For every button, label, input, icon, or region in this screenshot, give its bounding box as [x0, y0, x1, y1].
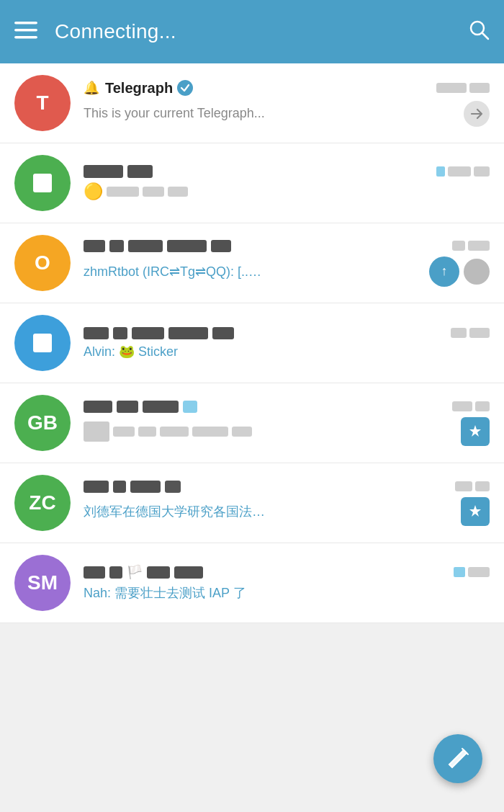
avatar-telegraph: T — [14, 75, 71, 131]
chat-item-5[interactable]: GB — [0, 383, 504, 463]
avatar-6: ZC — [14, 475, 71, 531]
chat-content-telegraph: 🔔 Telegraph This is your current Telegra… — [84, 80, 490, 127]
unread-icon-3: ↑ — [429, 256, 459, 287]
chat-item-4[interactable]: Alvin: 🐸 Sticker — [0, 303, 504, 383]
chat-item-7[interactable]: SM 🏳️ Nah: 需要壮士去测试 IAP 了 — [0, 543, 504, 623]
chat-content-7: 🏳️ Nah: 需要壮士去测试 IAP 了 — [84, 564, 490, 602]
top-bar-title: Connecting... — [55, 20, 468, 43]
chat-time-2 — [436, 166, 490, 177]
chat-name-wrap-3 — [84, 240, 452, 252]
pin-icon-5 — [461, 417, 490, 446]
chat-preview-7: Nah: 需要壮士去测试 IAP 了 — [84, 584, 490, 602]
chat-time-5 — [452, 401, 490, 411]
chat-meta-3: ↑ — [429, 256, 490, 287]
search-button[interactable] — [468, 19, 490, 45]
chat-time-4 — [451, 328, 490, 338]
chat-name-wrap: 🔔 Telegraph — [84, 80, 436, 97]
compose-fab[interactable] — [433, 734, 482, 783]
avatar-5: GB — [14, 395, 71, 451]
top-bar: Connecting... — [0, 0, 504, 63]
chat-content-6: 刘德军在德国大学研究各国法… — [84, 481, 490, 526]
chat-preview-4: Alvin: 🐸 Sticker — [84, 344, 490, 360]
chat-preview-3: zhmRtbot (IRC⇌Tg⇌QQ): [..… — [84, 264, 423, 280]
chat-name: Telegraph — [105, 80, 173, 97]
chat-time-blurred — [436, 83, 490, 93]
chat-preview-6: 刘德军在德国大学研究各国法… — [84, 503, 455, 520]
chat-time-7 — [454, 567, 490, 577]
chat-list: T 🔔 Telegraph — [0, 63, 504, 623]
chat-content-2: 🟡 — [84, 165, 490, 201]
svg-rect-2 — [14, 36, 37, 39]
svg-rect-1 — [14, 29, 37, 32]
avatar-7: SM — [14, 555, 71, 611]
chat-name-wrap-2 — [84, 165, 436, 178]
chat-name-wrap-6 — [84, 481, 455, 493]
chat-item-2[interactable]: 🟡 — [0, 143, 504, 223]
mute-icon: 🔔 — [84, 80, 99, 96]
chat-name-wrap-4 — [84, 327, 451, 339]
svg-line-4 — [482, 32, 489, 39]
chat-content-3: zhmRtbot (IRC⇌Tg⇌QQ): [..… ↑ — [84, 240, 490, 287]
chat-name-wrap-5 — [84, 401, 452, 413]
send-icon — [464, 101, 490, 127]
chat-time-6 — [455, 481, 490, 491]
verified-badge — [177, 80, 193, 96]
chat-item-6[interactable]: ZC 刘德军在德国大学研究各国法… — [0, 463, 504, 543]
avatar-3: O — [14, 235, 71, 291]
chat-time-3 — [452, 241, 490, 251]
avatar-mini-3 — [464, 259, 490, 285]
menu-button[interactable] — [14, 22, 37, 42]
chat-content-4: Alvin: 🐸 Sticker — [84, 327, 490, 360]
chat-content-5 — [84, 401, 490, 446]
chat-name-wrap-7: 🏳️ — [84, 564, 454, 580]
chat-item-telegraph[interactable]: T 🔔 Telegraph — [0, 63, 504, 143]
svg-rect-0 — [14, 22, 37, 24]
pin-icon-6 — [461, 497, 490, 526]
avatar-4 — [14, 315, 71, 371]
chat-preview: This is your current Telegraph... — [84, 106, 458, 121]
chat-item-3[interactable]: O zhmRtbot (IRC⇌Tg⇌QQ): [..… — [0, 223, 504, 303]
avatar-2 — [14, 155, 71, 211]
